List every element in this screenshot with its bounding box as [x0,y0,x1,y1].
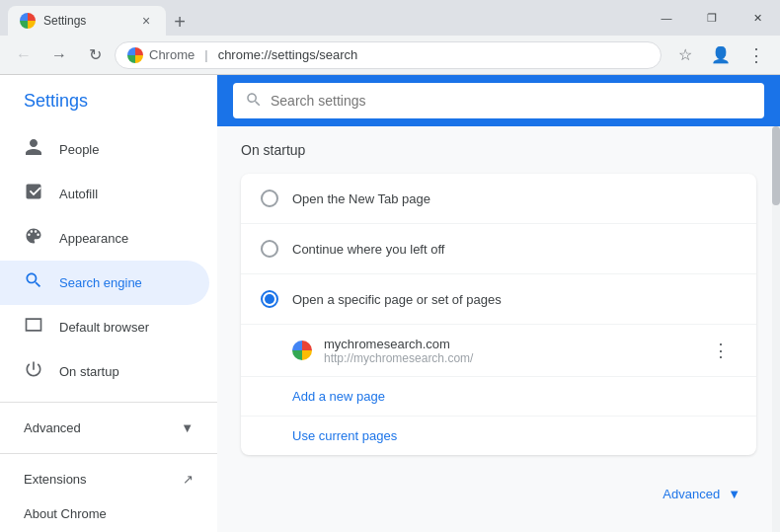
address-url: chrome://settings/search [218,47,358,62]
site-name: mychromesearch.com [324,337,693,351]
sidebar-divider-1 [0,402,217,403]
section-title: On startup [241,142,756,166]
default-browser-icon [24,315,43,340]
site-entry: mychromesearch.com http://mychromesearch… [241,325,756,377]
tab-favicon [20,13,36,29]
add-new-page-link[interactable]: Add a new page [241,377,756,417]
radio-new-tab-label: Open the New Tab page [292,191,430,206]
advanced-chevron-icon: ▼ [181,420,194,435]
search-input[interactable] [271,93,752,109]
window-controls: — ❐ ✕ [644,0,780,36]
scrollbar-track[interactable] [772,126,780,532]
sidebar-appearance-label: Appearance [59,231,128,246]
startup-icon [24,359,43,384]
autofill-icon [24,182,43,206]
browser-content: Settings People Autofill Appearance [0,75,780,532]
search-icon [245,91,263,112]
use-current-pages-link[interactable]: Use current pages [241,417,756,455]
startup-card: Open the New Tab page Continue where you… [241,174,756,455]
site-menu-button[interactable]: ⋮ [705,335,737,366]
menu-button[interactable]: ⋮ [741,39,772,71]
site-favicon [292,341,312,360]
tab-title: Settings [43,14,86,28]
appearance-icon [24,226,43,251]
sidebar-search-engine-label: Search engine [59,275,142,290]
address-sep: | [204,47,207,62]
bookmark-button[interactable]: ☆ [669,39,701,71]
radio-continue-label: Continue where you left off [292,242,444,257]
site-url: http://mychromesearch.com/ [324,351,693,365]
sidebar-item-people[interactable]: People [0,127,209,172]
sidebar-extensions[interactable]: Extensions ↗ [0,462,217,496]
restore-button[interactable]: ❐ [689,0,735,36]
extensions-label: Extensions [24,472,167,487]
minimize-button[interactable]: — [644,0,689,36]
sidebar-advanced[interactable]: Advanced ▼ [0,411,217,445]
radio-specific-label: Open a specific page or set of pages [292,292,502,307]
sidebar-divider-2 [0,453,217,454]
advanced-section[interactable]: Advanced ▼ [241,471,756,517]
sidebar: Settings People Autofill Appearance [0,75,217,532]
address-bar-row: ← → ↻ Chrome | chrome://settings/search … [0,36,780,75]
advanced-label: Advanced [24,420,81,435]
search-input-wrap[interactable] [233,83,764,118]
sidebar-on-startup-label: On startup [59,364,119,379]
close-button[interactable]: ✕ [735,0,780,36]
content-area: On startup Open the New Tab page Continu… [217,126,780,532]
tab-close-button[interactable]: × [138,13,154,29]
radio-option-new-tab[interactable]: Open the New Tab page [241,174,756,224]
radio-new-tab[interactable] [261,190,278,207]
browser-frame: Settings × + — ❐ ✕ ← → ↻ Chrome | chrome… [0,0,780,532]
sidebar-item-default-browser[interactable]: Default browser [0,305,209,349]
settings-search-bar [217,75,780,126]
forward-button[interactable]: → [43,39,75,71]
sidebar-people-label: People [59,142,99,157]
search-engine-icon [24,270,43,295]
sidebar-item-search-engine[interactable]: Search engine [0,261,209,305]
site-security-icon [127,47,143,63]
main-panel: On startup Open the New Tab page Continu… [217,75,780,532]
sidebar-item-on-startup[interactable]: On startup [0,349,209,394]
browser-tab[interactable]: Settings × [8,6,166,36]
reload-button[interactable]: ↻ [79,39,111,71]
external-link-icon: ↗ [183,472,194,487]
account-button[interactable]: 👤 [705,39,737,71]
radio-option-specific[interactable]: Open a specific page or set of pages [241,274,756,325]
sidebar-title: Settings [0,75,217,127]
back-button[interactable]: ← [8,39,39,71]
sidebar-about-chrome[interactable]: About Chrome [0,496,217,531]
new-tab-button[interactable]: + [166,8,194,36]
sidebar-default-browser-label: Default browser [59,320,149,335]
advanced-bottom-icon: ▼ [728,487,741,501]
about-chrome-label: About Chrome [24,506,107,521]
site-info: mychromesearch.com http://mychromesearch… [324,337,693,365]
toolbar-icons: ☆ 👤 ⋮ [669,39,772,71]
sidebar-item-autofill[interactable]: Autofill [0,172,209,216]
scrollbar-thumb[interactable] [772,126,780,205]
address-bar[interactable]: Chrome | chrome://settings/search [115,41,662,69]
radio-specific[interactable] [261,290,278,308]
main-scroll[interactable]: On startup Open the New Tab page Continu… [217,126,780,532]
sidebar-autofill-label: Autofill [59,187,98,201]
address-prefix: Chrome [149,47,195,62]
radio-option-continue[interactable]: Continue where you left off [241,224,756,274]
advanced-bottom-label: Advanced [663,487,720,501]
person-icon [24,137,43,162]
radio-continue[interactable] [261,240,278,258]
sidebar-item-appearance[interactable]: Appearance [0,216,209,261]
